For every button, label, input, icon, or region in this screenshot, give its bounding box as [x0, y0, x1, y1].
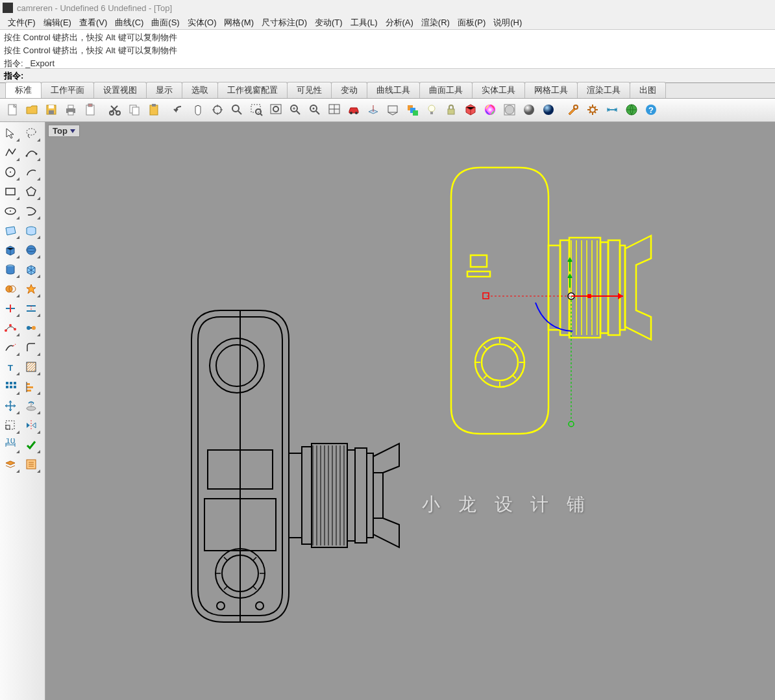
surface-from-points-button[interactable] [1, 222, 21, 240]
tab-drafting[interactable]: 出图 [630, 82, 666, 98]
shaded-view-button[interactable] [540, 101, 558, 119]
point-edit-button[interactable] [1, 319, 21, 338]
tab-curve-tools[interactable]: 曲线工具 [367, 82, 420, 98]
control-point-curve-button[interactable] [22, 144, 42, 162]
tab-standard[interactable]: 标准 [5, 82, 42, 98]
zoom-button[interactable] [228, 101, 247, 119]
align-tool-button[interactable] [22, 378, 42, 396]
tab-display[interactable]: 显示 [146, 82, 182, 98]
open-file-button[interactable] [23, 101, 42, 119]
camera-drawing-yellow[interactable] [435, 161, 701, 447]
options-button[interactable] [565, 101, 583, 119]
paste-button[interactable] [145, 101, 164, 119]
menu-transform[interactable]: 变动(T) [311, 16, 347, 30]
layer-colors-button[interactable] [404, 101, 422, 119]
properties-button[interactable] [584, 101, 602, 119]
gumball[interactable] [483, 258, 623, 427]
camera-drawing-black[interactable] [175, 304, 441, 629]
undo-button[interactable] [170, 101, 188, 119]
polyline-tool-button[interactable] [1, 144, 21, 162]
move-tool-button[interactable] [1, 397, 21, 416]
menu-tools[interactable]: 工具(L) [347, 16, 382, 30]
lasso-tool-button[interactable] [22, 125, 42, 143]
command-input[interactable] [26, 71, 771, 81]
menu-analyze[interactable]: 分析(A) [382, 16, 417, 30]
surface-from-curves-button[interactable] [22, 222, 42, 240]
tab-visibility[interactable]: 可见性 [287, 82, 332, 98]
set-view-button[interactable] [345, 101, 363, 119]
tab-transform[interactable]: 变动 [331, 82, 367, 98]
menu-panel[interactable]: 面板(P) [454, 16, 489, 30]
join-tool-button[interactable] [22, 319, 42, 338]
menu-surface[interactable]: 曲面(S) [147, 16, 183, 30]
menu-dimension[interactable]: 尺寸标注(D) [258, 16, 311, 30]
menu-mesh[interactable]: 网格(M) [220, 16, 258, 30]
render-settings-button[interactable] [501, 101, 519, 119]
boolean-tools-button[interactable] [1, 281, 21, 299]
viewport-label[interactable]: Top [48, 125, 80, 137]
cplane-button[interactable] [365, 101, 383, 119]
mesh-tools-button[interactable] [22, 261, 42, 279]
array-tool-button[interactable] [1, 378, 21, 396]
viewport-dropdown-icon[interactable] [70, 129, 75, 133]
mirror-tool-button[interactable] [22, 417, 42, 435]
command-line[interactable]: 指令: [0, 69, 775, 83]
tab-viewport-layout[interactable]: 工作视窗配置 [217, 82, 288, 98]
tab-mesh-tools[interactable]: 网格工具 [524, 82, 578, 98]
menu-solid[interactable]: 实体(O) [184, 16, 221, 30]
copy-button[interactable] [126, 101, 144, 119]
ellipse-tool-button[interactable] [1, 203, 21, 221]
named-views-button[interactable] [384, 101, 402, 119]
scale-tool-button[interactable] [1, 417, 21, 435]
extend-tool-button[interactable] [1, 339, 21, 357]
tab-setview[interactable]: 设置视图 [93, 82, 147, 98]
tab-render-tools[interactable]: 渲染工具 [577, 82, 630, 98]
sphere-tool-button[interactable] [22, 242, 42, 260]
polygon-tool-button[interactable] [22, 183, 42, 201]
circle-tool-button[interactable] [1, 164, 21, 182]
clipboard-button[interactable] [82, 101, 100, 119]
text-tool-button[interactable]: T [1, 358, 21, 377]
light-button[interactable] [423, 101, 441, 119]
zoom-selected-button[interactable] [287, 101, 305, 119]
web-button[interactable] [623, 101, 641, 119]
curve-from-edge-button[interactable] [22, 203, 42, 221]
pointer-tool-button[interactable] [1, 125, 21, 143]
new-file-button[interactable] [4, 101, 22, 119]
check-tool-button[interactable] [22, 436, 42, 455]
properties-tool-button[interactable] [22, 456, 42, 474]
render-shade-button[interactable] [521, 101, 539, 119]
zoom-extents-button[interactable] [267, 101, 286, 119]
rectangle-tool-button[interactable] [1, 183, 21, 201]
layer-tool-button[interactable] [1, 456, 21, 474]
zoom-window-button[interactable] [248, 101, 266, 119]
color-wheel-button[interactable] [482, 101, 500, 119]
hatch-tool-button[interactable] [22, 358, 42, 377]
materials-button[interactable] [462, 101, 480, 119]
arc-tool-button[interactable] [22, 164, 42, 182]
zoom-target-button[interactable] [306, 101, 325, 119]
viewport-top[interactable]: Top [45, 122, 775, 700]
cut-button[interactable] [106, 101, 125, 119]
tab-solid-tools[interactable]: 实体工具 [472, 82, 525, 98]
pan-button[interactable] [190, 101, 208, 119]
menu-help[interactable]: 说明(H) [489, 16, 526, 30]
dimension-tool-button[interactable]: 10 [1, 436, 21, 455]
menu-render[interactable]: 渲染(R) [417, 16, 454, 30]
print-button[interactable] [62, 101, 80, 119]
split-tool-button[interactable] [22, 300, 42, 318]
dimension-button[interactable] [604, 101, 622, 119]
fillet-tool-button[interactable] [22, 339, 42, 357]
cylinder-tool-button[interactable] [1, 261, 21, 279]
menu-file[interactable]: 文件(F) [4, 16, 40, 30]
menu-curve[interactable]: 曲线(C) [111, 16, 147, 30]
tab-cplane[interactable]: 工作平面 [41, 82, 94, 98]
menu-view[interactable]: 查看(V) [75, 16, 111, 30]
menu-edit[interactable]: 编辑(E) [40, 16, 75, 30]
explode-button[interactable] [22, 281, 42, 299]
rotate-view-button[interactable] [209, 101, 227, 119]
trim-tool-button[interactable] [1, 300, 21, 318]
box-tool-button[interactable] [1, 242, 21, 260]
tab-select[interactable]: 选取 [182, 82, 218, 98]
four-views-button[interactable] [326, 101, 344, 119]
